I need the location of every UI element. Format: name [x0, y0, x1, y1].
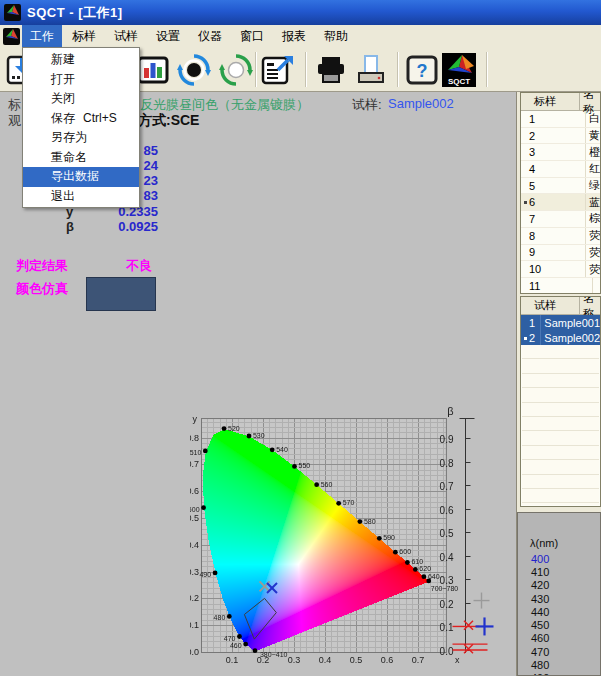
samples-header-name: 名称 [579, 297, 600, 314]
wavelength-value: 490 [518, 672, 600, 676]
observer-label-fragment: 观 [8, 112, 21, 130]
menu-item-rename[interactable]: 重命名 [23, 148, 139, 168]
help-icon: ? [406, 55, 438, 85]
help-button[interactable]: ? [403, 51, 441, 89]
menu-item-export-data[interactable]: 导出数据 [23, 167, 139, 187]
menu-settings[interactable]: 设置 [148, 25, 188, 47]
color-simulation-label: 颜色仿真 [16, 280, 68, 298]
standard-row[interactable]: 7棕 [521, 211, 600, 228]
menu-standard[interactable]: 标样 [64, 25, 104, 47]
standard-row[interactable]: 9荧 [521, 245, 600, 262]
window-title: SQCT - [工作1] [27, 4, 123, 22]
standards-table-header: 标样 名称 [521, 93, 600, 111]
standard-row[interactable]: 8荧 [521, 228, 600, 245]
measure-mode: 方式:SCE [138, 112, 199, 130]
current-row-marker [524, 337, 527, 340]
sample-row[interactable]: 1Sample001 [521, 315, 600, 330]
samples-table-header: 试样 名称 [521, 297, 600, 315]
empty-rows [522, 345, 599, 505]
standards-header-name: 名称 [579, 93, 600, 110]
color-simulation-swatch [86, 277, 156, 311]
svg-text:SQCT: SQCT [448, 77, 470, 86]
print-preview-icon [354, 54, 388, 86]
printer-icon [314, 54, 348, 86]
wavelength-value: 450 [518, 618, 600, 631]
beta-value: 0.0925 [118, 219, 158, 234]
export-report-icon [261, 54, 295, 86]
wavelength-value: 420 [518, 579, 600, 592]
standards-table[interactable]: 标样 名称 1白 2黄 3橙 4红 5绿 6蓝 7棕 8荧 9荧 10荧 11 [520, 92, 601, 294]
standard-row[interactable]: 10荧 [521, 261, 600, 278]
standard-row[interactable]: 3橙 [521, 144, 600, 161]
menu-instrument[interactable]: 仪器 [190, 25, 230, 47]
sample-target-icon [219, 53, 253, 87]
svg-text:?: ? [417, 61, 428, 81]
spectral-data-panel: λ(nm) 400 410 420 430 440 450 460 470 48… [517, 512, 601, 676]
standard-row[interactable]: 4红 [521, 161, 600, 178]
toolbar-separator [486, 52, 488, 87]
app-icon [4, 4, 21, 21]
beta-label: β [66, 219, 74, 234]
value: 23 [144, 173, 158, 188]
print-preview-button[interactable] [352, 51, 390, 89]
wavelength-value: 470 [518, 645, 600, 658]
sample-measure-button[interactable] [217, 51, 255, 89]
current-row-marker [524, 201, 527, 204]
toolbar-separator [255, 52, 257, 87]
toolbar-separator [397, 52, 399, 87]
menu-item-save[interactable]: 保存Ctrl+S [23, 109, 139, 129]
menu-window[interactable]: 窗口 [232, 25, 272, 47]
standard-row-selected[interactable]: 6蓝 [521, 194, 600, 211]
sample-name: Sample002 [388, 96, 454, 111]
wavelength-value: 430 [518, 592, 600, 605]
wavelength-value: 480 [518, 658, 600, 671]
sqct-logo-icon: SQCT [442, 53, 476, 87]
toolbar-separator [305, 52, 307, 87]
samples-header-no: 试样 [521, 298, 579, 313]
value-row-beta: β0.0925 [0, 219, 158, 234]
sample-label: 试样: [352, 96, 382, 114]
wavelength-value: 440 [518, 605, 600, 618]
menu-sample[interactable]: 试样 [106, 25, 146, 47]
menu-item-exit[interactable]: 退出 [23, 187, 139, 207]
menu-bar: 工作 标样 试样 设置 仪器 窗口 报表 帮助 [0, 25, 601, 47]
export-report-button[interactable] [259, 51, 297, 89]
wavelength-header: λ(nm) [530, 537, 600, 549]
print-button[interactable] [312, 51, 350, 89]
menu-item-save-as[interactable]: 另存为 [23, 128, 139, 148]
value: 85 [144, 143, 158, 158]
work-dropdown-menu: 新建 打开 关闭 保存Ctrl+S 另存为 重命名 导出数据 退出 [22, 47, 140, 208]
standard-row[interactable]: 11 [521, 278, 600, 294]
wavelength-value: 410 [518, 565, 600, 578]
samples-table[interactable]: 试样 名称 1Sample001 2Sample002 [520, 296, 601, 507]
judgment-label: 判定结果 [16, 257, 68, 275]
save-shortcut: Ctrl+S [83, 111, 117, 125]
menu-work[interactable]: 工作 [22, 25, 62, 47]
standard-row[interactable]: 1白 [521, 111, 600, 128]
standard-target-icon [177, 53, 211, 87]
wavelength-value: 460 [518, 632, 600, 645]
menu-item-open[interactable]: 打开 [23, 70, 139, 90]
sqct-about-button[interactable]: SQCT [440, 51, 478, 89]
menu-help[interactable]: 帮助 [316, 25, 356, 47]
value: 83 [144, 188, 158, 203]
value: 24 [144, 158, 158, 173]
judgment-result: 不良 [126, 257, 152, 275]
cie-chromaticity-chart [190, 405, 515, 676]
menu-report[interactable]: 报表 [274, 25, 314, 47]
menu-item-new[interactable]: 新建 [23, 50, 139, 70]
title-bar[interactable]: SQCT - [工作1] [0, 0, 601, 25]
standard-row[interactable]: 5绿 [521, 178, 600, 195]
standard-row[interactable]: 2黄 [521, 128, 600, 145]
child-window-icon[interactable] [0, 25, 22, 47]
bar-chart-icon [137, 54, 169, 86]
menu-item-close[interactable]: 关闭 [23, 89, 139, 109]
sample-row-active[interactable]: 2Sample002 [521, 330, 600, 345]
sqct-window: SQCT - [工作1] 工作 标样 试样 设置 仪器 窗口 报表 帮助 [0, 0, 601, 676]
wavelength-value: 400 [518, 552, 600, 565]
standard-measure-button[interactable] [175, 51, 213, 89]
standards-header-no: 标样 [521, 94, 579, 109]
